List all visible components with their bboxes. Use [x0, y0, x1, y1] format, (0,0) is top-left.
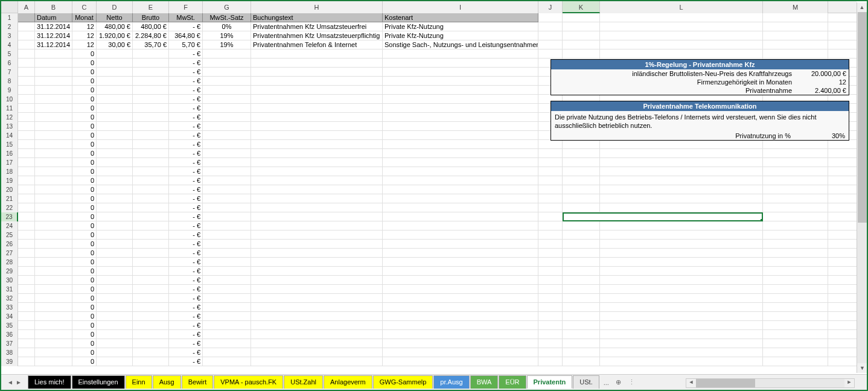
cell[interactable]: - €	[169, 249, 203, 258]
cell[interactable]: - €	[169, 348, 203, 357]
hscroll-track[interactable]	[696, 379, 844, 387]
cell[interactable]	[133, 68, 169, 77]
cell[interactable]	[600, 312, 763, 321]
cell[interactable]	[563, 40, 600, 49]
cell[interactable]	[251, 258, 383, 267]
cell[interactable]	[203, 258, 251, 267]
cell[interactable]: 12	[72, 31, 97, 40]
cell[interactable]	[563, 285, 600, 294]
cell[interactable]	[383, 294, 538, 303]
cell[interactable]	[97, 348, 133, 357]
cell[interactable]	[538, 221, 563, 230]
cell[interactable]	[203, 212, 251, 221]
cell[interactable]	[563, 267, 600, 276]
cell[interactable]	[35, 312, 72, 321]
sheet-tab-e-r[interactable]: EÜR	[499, 375, 526, 389]
cell[interactable]	[133, 285, 169, 294]
cell[interactable]	[35, 176, 72, 185]
cell[interactable]	[563, 49, 600, 59]
cell[interactable]: - €	[169, 230, 203, 240]
cell[interactable]: 0	[72, 357, 97, 366]
cell[interactable]	[563, 249, 600, 258]
cell[interactable]	[97, 113, 133, 122]
cell[interactable]	[251, 185, 383, 194]
cell[interactable]: 0	[72, 294, 97, 303]
cell[interactable]	[538, 158, 563, 167]
cell[interactable]	[203, 357, 251, 366]
cell[interactable]	[133, 176, 169, 185]
cell[interactable]	[18, 240, 35, 249]
cell[interactable]: - €	[169, 149, 203, 158]
cell[interactable]	[600, 22, 763, 31]
cell[interactable]	[35, 77, 72, 86]
cell[interactable]: 31.12.2014	[35, 22, 72, 31]
cell[interactable]: 0	[72, 131, 97, 140]
add-sheet-icon[interactable]: ⊕	[613, 378, 625, 386]
cell[interactable]: - €	[169, 140, 203, 149]
cell[interactable]	[97, 68, 133, 77]
cell[interactable]	[97, 104, 133, 113]
cell[interactable]	[538, 203, 563, 212]
cell[interactable]: - €	[169, 212, 203, 221]
cell[interactable]	[538, 31, 563, 40]
cell[interactable]	[35, 294, 72, 303]
cell[interactable]	[133, 140, 169, 149]
cell[interactable]	[763, 221, 828, 230]
row-header-18[interactable]: 18	[1, 167, 18, 176]
cell[interactable]	[97, 221, 133, 230]
cell[interactable]	[251, 176, 383, 185]
cell[interactable]	[251, 203, 383, 212]
cell[interactable]	[18, 185, 35, 194]
cell[interactable]: 0	[72, 140, 97, 149]
cell[interactable]	[35, 185, 72, 194]
cell[interactable]	[133, 95, 169, 104]
cell[interactable]	[563, 167, 600, 176]
cell[interactable]	[563, 185, 600, 194]
cell[interactable]	[538, 258, 563, 267]
cell[interactable]: - €	[169, 330, 203, 339]
row-header-3[interactable]: 3	[1, 31, 18, 40]
cell[interactable]	[600, 13, 763, 22]
cell[interactable]	[563, 240, 600, 249]
cell[interactable]	[203, 230, 251, 240]
cell[interactable]: 0	[72, 348, 97, 357]
cell[interactable]	[35, 330, 72, 339]
sheet-tab-lies-mich-[interactable]: Lies mich!	[28, 375, 71, 389]
sheet-tab-bwa[interactable]: BWA	[470, 375, 499, 389]
row-header-17[interactable]: 17	[1, 158, 18, 167]
cell[interactable]	[35, 357, 72, 366]
cell[interactable]	[133, 240, 169, 249]
cell[interactable]	[97, 122, 133, 131]
cell[interactable]	[251, 49, 383, 59]
cell[interactable]	[383, 221, 538, 230]
cell[interactable]	[563, 339, 600, 348]
cell[interactable]	[251, 212, 383, 221]
cell[interactable]	[133, 321, 169, 330]
cell[interactable]	[763, 22, 828, 31]
cell[interactable]	[383, 267, 538, 276]
row-header-14[interactable]: 14	[1, 131, 18, 140]
cell[interactable]	[251, 294, 383, 303]
cell[interactable]: 0	[72, 122, 97, 131]
cell[interactable]: 2.284,80 €	[133, 31, 169, 40]
cell[interactable]	[133, 312, 169, 321]
sheet-tab-anlageverm[interactable]: Anlageverm	[324, 375, 372, 389]
cell[interactable]	[35, 240, 72, 249]
cell[interactable]	[538, 230, 563, 240]
cell[interactable]	[97, 194, 133, 203]
cell[interactable]	[600, 185, 763, 194]
row-header-16[interactable]: 16	[1, 149, 18, 158]
cell[interactable]	[203, 330, 251, 339]
cell[interactable]	[600, 339, 763, 348]
vscroll-track[interactable]	[857, 12, 867, 363]
cell[interactable]	[383, 113, 538, 122]
cell[interactable]	[97, 176, 133, 185]
cell[interactable]	[563, 13, 600, 22]
cell[interactable]	[538, 249, 563, 258]
cell[interactable]: - €	[169, 258, 203, 267]
cell[interactable]: Netto	[97, 13, 133, 22]
cell[interactable]	[133, 167, 169, 176]
cell[interactable]	[383, 140, 538, 149]
cell[interactable]	[203, 312, 251, 321]
cell[interactable]	[383, 49, 538, 59]
